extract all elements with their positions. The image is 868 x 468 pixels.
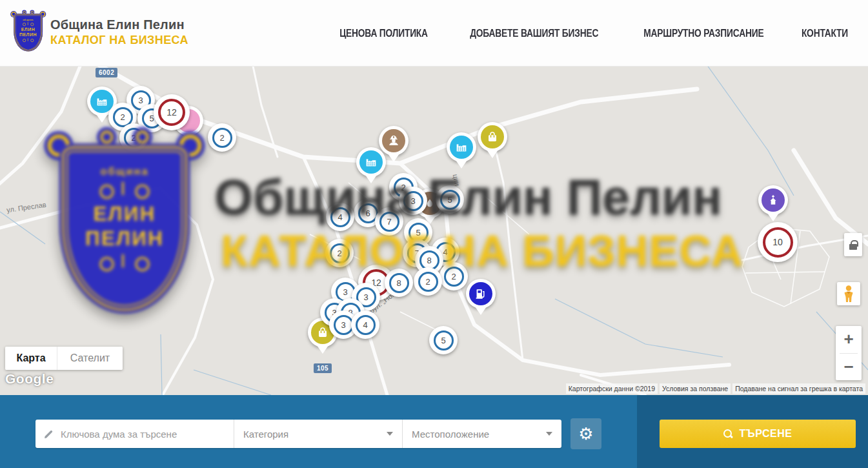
location-dropdown-label: Местоположение (412, 429, 489, 440)
chevron-down-icon (546, 432, 552, 436)
nav-add-your-business[interactable]: ДОБАВЕТЕ ВАШИЯТ БИЗНЕС (470, 28, 598, 39)
site-title: Община Елин Пелин (50, 17, 188, 32)
zoom-in-button[interactable]: + (836, 326, 862, 353)
search-fields: Категория Местоположение (35, 420, 561, 448)
map-cluster[interactable]: 4 (351, 310, 379, 339)
map-cluster[interactable]: 5 (429, 326, 458, 354)
attribution-terms-link[interactable]: Условия за ползване (660, 383, 731, 394)
emblem-name-line1: ЕЛИН (21, 26, 35, 32)
map-cluster[interactable]: 4 (326, 203, 354, 231)
pegman-icon (841, 285, 856, 303)
map-cluster[interactable]: 7 (375, 207, 403, 236)
map-cluster[interactable]: 8 (385, 269, 413, 297)
category-dropdown-label: Категория (243, 429, 288, 440)
search-button[interactable]: ТЪРСЕНЕ (660, 420, 856, 448)
pencil-icon (43, 429, 54, 440)
site-subtitle: КАТАЛОГ НА БИЗНЕСА (50, 34, 188, 47)
keyword-search-input[interactable] (61, 429, 226, 440)
location-dropdown[interactable]: Местоположение (402, 420, 561, 448)
road-number-badge: 105 (314, 363, 332, 373)
map-pin-factory-icon[interactable] (447, 132, 476, 162)
map-type-control: Карта Сателит (5, 347, 123, 370)
map-cluster[interactable]: 2 (414, 267, 442, 296)
map-cluster[interactable]: 2 (325, 239, 354, 267)
main-nav: ЦЕНОВА ПОЛИТИКА ДОБАВЕТЕ ВАШИЯТ БИЗНЕС М… (332, 0, 852, 66)
search-button-label: ТЪРСЕНЕ (740, 428, 792, 440)
lock-icon (849, 244, 857, 250)
map-pin-fuel-icon[interactable] (466, 279, 496, 309)
map-cluster[interactable]: 2 (119, 123, 148, 152)
attribution-report-error-link[interactable]: Подаване на сигнал за грешка в картата (732, 383, 865, 394)
nav-route-schedule[interactable]: МАРШРУТНО РАЗПИСАНИЕ (643, 28, 763, 39)
attribution-copyright: Картографски данни ©2019 (566, 383, 658, 394)
pegman-button[interactable] (837, 282, 860, 305)
map-pin-worker-icon[interactable] (379, 126, 409, 156)
map-type-satellite-button[interactable]: Сателит (57, 347, 123, 370)
municipality-emblem-icon: община ЕЛИН ПЕЛИН (13, 12, 44, 52)
emblem-name-line2: ПЕЛИН (19, 32, 37, 37)
road-number-badge: 6002 (96, 68, 117, 77)
google-map[interactable]: 6002105ул. Преславбул. „Новоселции 32512… (0, 66, 868, 395)
search-panel: Категория Местоположение ⚙ ТЪРСЕНЕ (0, 395, 868, 468)
site-logo[interactable]: община ЕЛИН ПЕЛИН Община Елин Пелин КАТА… (13, 12, 188, 52)
google-logo[interactable]: Google (5, 371, 54, 387)
header: община ЕЛИН ПЕЛИН Община Елин Пелин КАТА… (0, 0, 868, 66)
emblem-town-word: община (23, 19, 34, 21)
zoom-out-button[interactable]: − (836, 354, 862, 381)
map-cluster[interactable]: 10 (758, 222, 798, 262)
map-cluster[interactable]: 2 (208, 123, 236, 152)
map-pin-bag-icon[interactable] (478, 122, 507, 152)
map-cluster[interactable]: 5 (436, 185, 464, 214)
category-dropdown[interactable]: Категория (234, 420, 402, 448)
map-cluster[interactable]: 2 (439, 262, 468, 290)
nav-contacts[interactable]: КОНТАКТИ (802, 28, 848, 39)
map-cluster[interactable]: 3 (399, 187, 427, 215)
keyword-field-wrap (35, 420, 234, 448)
map-pin-church-icon[interactable] (758, 185, 788, 215)
search-icon (723, 429, 733, 439)
map-type-map-button[interactable]: Карта (5, 347, 57, 370)
map-cluster[interactable]: 12 (154, 94, 190, 130)
gear-icon: ⚙ (578, 425, 593, 442)
streetview-lock-button[interactable] (844, 233, 862, 256)
map-pin-factory-icon[interactable] (356, 147, 386, 177)
nav-pricing-policy[interactable]: ЦЕНОВА ПОЛИТИКА (339, 28, 428, 39)
zoom-control: + − (836, 326, 862, 380)
advanced-settings-button[interactable]: ⚙ (570, 418, 601, 449)
map-attribution: Картографски данни ©2019 Условия за полз… (566, 383, 865, 394)
chevron-down-icon (387, 432, 393, 436)
